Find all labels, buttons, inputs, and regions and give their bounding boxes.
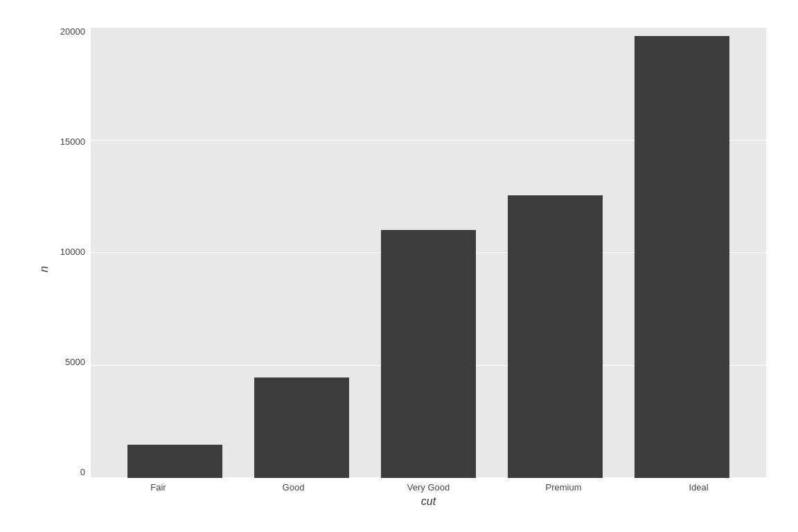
- bar: [635, 36, 729, 478]
- bar: [127, 445, 222, 478]
- bar: [254, 378, 349, 478]
- chart-with-axes: 20000150001000050000 FairGoodVery GoodPr…: [53, 27, 766, 512]
- bar-group: [492, 27, 619, 478]
- bar-group: [112, 27, 238, 478]
- x-tick-label: Premium: [496, 478, 631, 493]
- y-tick-label: 20000: [60, 27, 85, 36]
- y-tick-label: 0: [80, 468, 85, 477]
- plot-area-row: 20000150001000050000: [53, 27, 766, 478]
- x-axis-labels-row: FairGoodVery GoodPremiumIdeal: [53, 478, 766, 493]
- y-tick-label: 15000: [60, 137, 85, 146]
- y-tick-label: 10000: [60, 247, 85, 256]
- y-axis-label: n: [32, 27, 53, 512]
- bar-group: [238, 27, 365, 478]
- chart-area: n 20000150001000050000 FairGoodVery Good…: [32, 27, 766, 512]
- x-axis-title: cut: [53, 493, 766, 512]
- bar: [381, 230, 476, 478]
- y-tick-label: 5000: [65, 357, 85, 366]
- x-tick-label: Very Good: [361, 478, 496, 493]
- plot-region: [91, 27, 766, 478]
- bar-group: [619, 27, 745, 478]
- bar: [508, 195, 603, 478]
- x-tick-label: Good: [226, 478, 361, 493]
- x-tick-label: Ideal: [631, 478, 766, 493]
- y-axis-ticks: 20000150001000050000: [53, 27, 91, 478]
- bar-group: [365, 27, 492, 478]
- x-tick-label: Fair: [91, 478, 226, 493]
- bars-container: [91, 27, 766, 478]
- chart-container: n 20000150001000050000 FairGoodVery Good…: [18, 13, 780, 519]
